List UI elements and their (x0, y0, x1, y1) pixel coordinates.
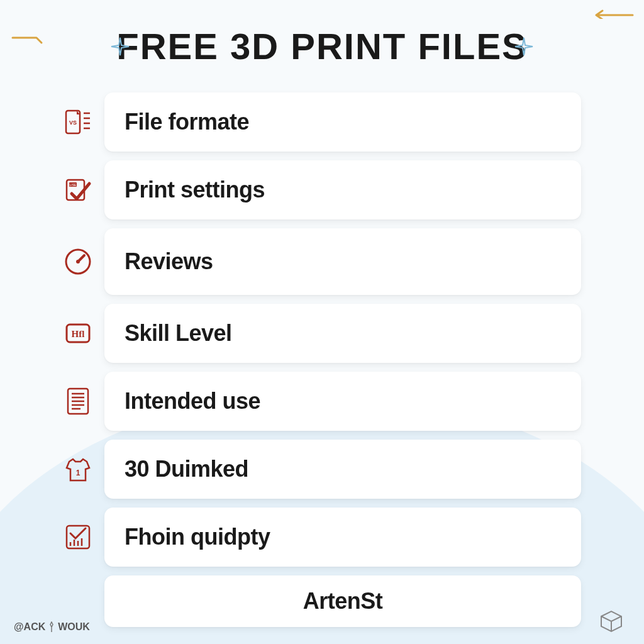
card-label: Reviews (125, 248, 213, 274)
list-item[interactable]: Fhoin quidpty (63, 508, 581, 567)
title-text: FREE 3D PRINT FILES (116, 26, 528, 67)
sparkle-icon (514, 36, 534, 57)
document-icon (63, 386, 93, 416)
empty-icon (63, 586, 93, 616)
list-item[interactable]: Intended use (63, 372, 581, 431)
category-card: Print settings (104, 160, 581, 219)
level-badge-icon: Hfl (63, 318, 93, 348)
list-item[interactable]: LISE Print settings (63, 160, 581, 219)
page-title: FREE 3D PRINT FILES (63, 25, 581, 67)
list-item[interactable]: ArtenSt (63, 575, 581, 627)
card-label: ArtenSt (303, 588, 383, 614)
file-compare-icon: VS (63, 107, 93, 137)
list-item[interactable]: VS File formate (63, 92, 581, 152)
sparkle-icon (110, 36, 130, 57)
list-item[interactable]: 1 30 Duimked (63, 440, 581, 499)
category-card: 30 Duimked (104, 440, 581, 499)
card-label: Intended use (125, 388, 260, 414)
svg-text:VS: VS (69, 119, 77, 126)
card-label: File formate (125, 109, 249, 135)
card-label: Fhoin quidpty (125, 524, 270, 550)
brand-card: ArtenSt (104, 575, 581, 627)
category-card: Skill Level (104, 304, 581, 363)
card-label: Print settings (125, 177, 265, 203)
card-label: Skill Level (125, 320, 232, 346)
svg-point-10 (76, 260, 80, 264)
category-list: VS File formate LISE (63, 92, 581, 627)
list-item[interactable]: Reviews (63, 228, 581, 295)
svg-text:1: 1 (76, 469, 80, 477)
checklist-icon: LISE (63, 175, 93, 205)
svg-text:Hfl: Hfl (72, 329, 85, 339)
gauge-icon (63, 247, 93, 277)
category-card: Fhoin quidpty (104, 508, 581, 567)
category-card: Reviews (104, 228, 581, 295)
card-label: 30 Duimked (125, 456, 248, 482)
svg-text:LISE: LISE (70, 183, 77, 187)
category-card: File formate (104, 92, 581, 152)
shirt-icon: 1 (63, 454, 93, 484)
category-card: Intended use (104, 372, 581, 431)
list-item[interactable]: Hfl Skill Level (63, 304, 581, 363)
chart-check-icon (63, 522, 93, 552)
